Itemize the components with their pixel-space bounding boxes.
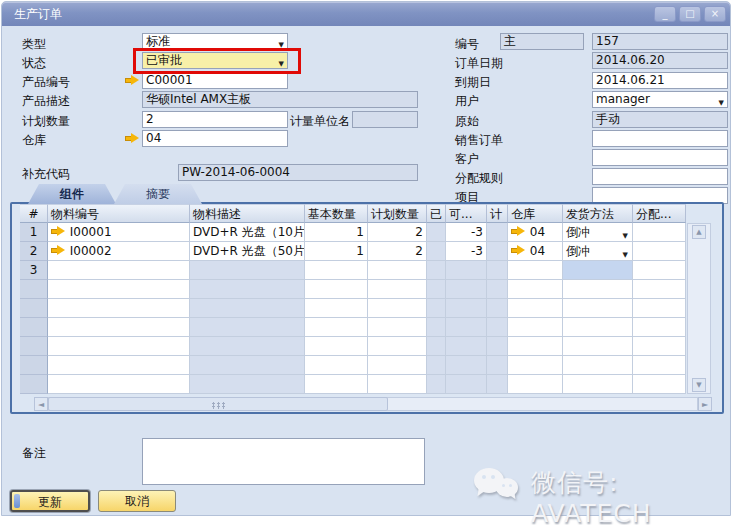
link-arrow-icon[interactable] [511, 226, 526, 237]
table-cell-available[interactable] [446, 318, 487, 337]
table-cell-item_no[interactable] [48, 299, 190, 318]
link-arrow-icon[interactable] [125, 133, 139, 144]
warehouse-input[interactable]: 04 [142, 130, 288, 147]
table-cell-base_qty[interactable] [305, 356, 368, 375]
table-cell-allocation[interactable] [633, 356, 686, 375]
table-cell-issue_method[interactable] [563, 337, 633, 356]
table-cell-warehouse[interactable] [508, 280, 563, 299]
table-cell-issued[interactable] [427, 261, 446, 280]
table-cell-committed[interactable] [487, 261, 508, 280]
table-cell-item_no[interactable] [48, 356, 190, 375]
table-cell-base_qty[interactable] [305, 261, 368, 280]
due-date-input[interactable]: 2014.06.21 [592, 72, 728, 89]
table-cell-planned_qty[interactable] [368, 356, 427, 375]
column-header-base_qty[interactable]: 基本数量 [305, 204, 368, 223]
table-cell-base_qty[interactable] [305, 375, 368, 394]
table-cell-issue_method[interactable] [563, 261, 633, 280]
table-cell-planned_qty[interactable] [368, 280, 427, 299]
close-button[interactable]: × [704, 6, 726, 22]
column-header-available[interactable]: 可... [446, 204, 487, 223]
table-cell-allocation[interactable] [633, 242, 686, 261]
table-cell-available[interactable]: -3 [446, 223, 487, 242]
table-cell-warehouse[interactable] [508, 337, 563, 356]
table-cell-item_no[interactable] [48, 375, 190, 394]
table-cell-committed[interactable] [487, 375, 508, 394]
table-cell-issued[interactable] [427, 318, 446, 337]
table-cell-item_no[interactable] [48, 280, 190, 299]
table-cell-available[interactable] [446, 299, 487, 318]
maximize-button[interactable]: □ [679, 6, 701, 22]
minimize-button[interactable]: _ [654, 6, 676, 22]
link-arrow-icon[interactable] [511, 245, 526, 256]
table-cell-desc[interactable] [190, 299, 305, 318]
table-cell-num[interactable] [20, 337, 48, 356]
column-header-num[interactable]: # [20, 204, 48, 223]
table-cell-allocation[interactable] [633, 337, 686, 356]
column-header-issued[interactable]: 已 [427, 204, 446, 223]
table-cell-warehouse[interactable] [508, 318, 563, 337]
table-cell-num[interactable]: 3 [20, 261, 48, 280]
table-cell-desc[interactable] [190, 261, 305, 280]
remarks-textarea[interactable] [142, 438, 425, 485]
table-cell-issue_method[interactable] [563, 280, 633, 299]
column-header-issue_method[interactable]: 发货方法 [563, 204, 633, 223]
product-no-input[interactable]: C00001 [142, 72, 288, 89]
table-cell-available[interactable]: -3 [446, 242, 487, 261]
table-cell-allocation[interactable] [633, 261, 686, 280]
table-cell-planned_qty[interactable]: 2 [368, 242, 427, 261]
table-cell-num[interactable] [20, 318, 48, 337]
table-cell-issued[interactable] [427, 242, 446, 261]
table-cell-base_qty[interactable] [305, 299, 368, 318]
table-cell-item_no[interactable]: I00002 [48, 242, 190, 261]
user-dropdown[interactable]: manager ▼ [592, 91, 728, 108]
table-cell-issue_method[interactable] [563, 318, 633, 337]
table-cell-item_no[interactable] [48, 337, 190, 356]
table-cell-desc[interactable] [190, 356, 305, 375]
table-cell-base_qty[interactable] [305, 337, 368, 356]
table-cell-num[interactable] [20, 280, 48, 299]
column-header-committed[interactable]: 计 [487, 204, 508, 223]
table-cell-desc[interactable]: DVD+R 光盘（10片装） [190, 223, 305, 242]
table-cell-desc[interactable] [190, 375, 305, 394]
table-cell-committed[interactable] [487, 356, 508, 375]
table-cell-available[interactable] [446, 280, 487, 299]
table-cell-base_qty[interactable] [305, 318, 368, 337]
table-cell-item_no[interactable] [48, 318, 190, 337]
table-cell-allocation[interactable] [633, 223, 686, 242]
table-cell-available[interactable] [446, 356, 487, 375]
column-header-item_no[interactable]: 物料编号 [48, 204, 190, 223]
table-cell-base_qty[interactable]: 1 [305, 223, 368, 242]
link-arrow-icon[interactable] [125, 75, 139, 86]
table-cell-base_qty[interactable] [305, 280, 368, 299]
table-cell-available[interactable] [446, 261, 487, 280]
table-cell-planned_qty[interactable] [368, 299, 427, 318]
link-arrow-icon[interactable] [51, 226, 66, 237]
table-cell-item_no[interactable] [48, 261, 190, 280]
table-cell-desc[interactable] [190, 318, 305, 337]
table-cell-desc[interactable] [190, 280, 305, 299]
table-cell-num[interactable] [20, 375, 48, 394]
update-button[interactable]: 更新 [10, 490, 90, 512]
table-cell-warehouse[interactable] [508, 375, 563, 394]
tab-summary[interactable]: 摘要 [114, 184, 202, 204]
scroll-up-icon[interactable]: ▲ [692, 225, 706, 239]
table-cell-committed[interactable] [487, 242, 508, 261]
table-cell-warehouse[interactable] [508, 261, 563, 280]
table-cell-allocation[interactable] [633, 280, 686, 299]
table-cell-planned_qty[interactable] [368, 375, 427, 394]
titlebar[interactable]: 生产订单 [2, 2, 730, 26]
table-cell-allocation[interactable] [633, 318, 686, 337]
scroll-down-icon[interactable]: ▼ [692, 378, 706, 392]
distribution-rule-input[interactable] [592, 168, 728, 185]
table-cell-issue_method[interactable]: 倒冲▼ [563, 242, 633, 261]
table-cell-warehouse[interactable] [508, 299, 563, 318]
table-cell-num[interactable]: 2 [20, 242, 48, 261]
table-cell-warehouse[interactable]: 04 [508, 223, 563, 242]
table-cell-num[interactable] [20, 299, 48, 318]
table-cell-planned_qty[interactable] [368, 318, 427, 337]
table-cell-issued[interactable] [427, 223, 446, 242]
table-cell-allocation[interactable] [633, 299, 686, 318]
table-cell-issue_method[interactable] [563, 299, 633, 318]
table-cell-planned_qty[interactable] [368, 261, 427, 280]
table-cell-available[interactable] [446, 375, 487, 394]
